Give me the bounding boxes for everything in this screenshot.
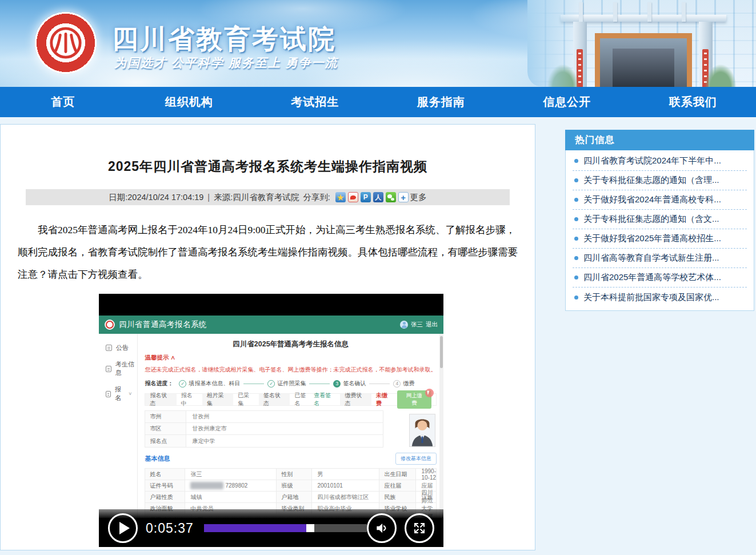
nav-item-contact[interactable]: 联系我们 xyxy=(630,87,756,117)
progress-fill xyxy=(204,524,307,532)
fullscreen-button[interactable] xyxy=(405,513,434,543)
list-item[interactable]: 四川省2025年普通高等学校艺术体... xyxy=(573,268,747,288)
list-item[interactable]: 四川省教育考试院2024年下半年中... xyxy=(573,151,747,171)
logout-link[interactable]: 退出 xyxy=(426,321,438,329)
list-item[interactable]: 关于专科批征集志愿的通知（含文... xyxy=(573,210,747,229)
scrollbar[interactable] xyxy=(439,334,443,518)
bullet-icon xyxy=(574,275,578,280)
list-item[interactable]: 关于专科批征集志愿的通知（含理... xyxy=(573,171,747,190)
field-value: 城镇 xyxy=(185,492,277,502)
progress-bar[interactable] xyxy=(204,524,367,532)
article-panel: 2025年四川省普通高考报名系统考生端操作指南视频 日期:2024/10/24 … xyxy=(0,124,535,550)
table-row: 市州 甘孜州 xyxy=(145,411,383,423)
fullscreen-icon xyxy=(413,521,426,535)
hot-item-text: 关于本科提前批国家专项及国家优... xyxy=(583,292,719,303)
nav-item-service-guide[interactable]: 服务指南 xyxy=(378,87,505,117)
step-label: 签名确认 xyxy=(343,380,366,388)
share-icons-group: ★ P 人 + xyxy=(335,192,409,202)
sidebar-item-label: 公告 xyxy=(116,344,129,352)
system-seal-icon xyxy=(105,320,115,330)
online-pay-label: 网上缴费 xyxy=(406,392,423,406)
hot-item-text: 关于专科批征集志愿的通知（含文... xyxy=(583,214,719,225)
sina-weibo-icon[interactable] xyxy=(348,192,358,202)
tencent-weibo-icon[interactable]: P xyxy=(361,192,371,202)
hot-info-panel: 热门信息 四川省教育考试院2024年下半年中... 关于专科批征集志愿的通知（含… xyxy=(565,130,754,311)
hot-item-text: 关于做好我省2025年普通高校招生... xyxy=(583,233,721,244)
video-player[interactable]: 四川省普通高考报名系统 张三 退出 公告 xyxy=(99,294,443,547)
bullet-icon xyxy=(574,256,578,260)
sidebar-item-label: 考生信息 xyxy=(115,360,138,377)
field-value: 男 xyxy=(312,469,379,480)
basic-info-link[interactable]: 基本信息 xyxy=(145,454,170,463)
field-label: 出生日期 xyxy=(379,469,416,480)
field-value: 四川省成都市锦江区 xyxy=(312,492,379,502)
field-label: 民族 xyxy=(379,492,416,502)
edit-basic-info-button[interactable]: 修改基本信息 xyxy=(395,453,437,465)
field-label: 市州 xyxy=(145,411,186,422)
list-item[interactable]: 四川省高等教育自学考试新生注册... xyxy=(573,249,747,268)
nav-item-organization[interactable]: 组织机构 xyxy=(126,87,253,117)
step-label: 证件照采集 xyxy=(277,380,306,388)
hot-info-list: 四川省教育考试院2024年下半年中... 关于专科批征集志愿的通知（含理... … xyxy=(565,150,754,311)
play-button[interactable] xyxy=(108,513,138,543)
site-banner: 四川省教育考试院 为国选才 公平科学 服务至上 勇争一流 xyxy=(0,0,756,87)
hot-item-text: 四川省2025年普通高等学校艺术体... xyxy=(583,272,721,283)
sidebar-item-announcements[interactable]: 公告 xyxy=(99,340,137,356)
table-row: 证件号码 7289802 班级 20010101 应往届 应届 xyxy=(145,480,436,492)
bullet-icon xyxy=(574,296,578,300)
table-row: 姓名 张三 性别 男 出生日期 1990-10-12 xyxy=(145,469,436,480)
field-label: 户籍地 xyxy=(277,492,312,502)
volume-button[interactable] xyxy=(367,513,397,543)
list-item[interactable]: 关于本科提前批国家专项及国家优... xyxy=(573,288,747,307)
field-label: 户籍性质 xyxy=(145,492,185,502)
sidebar-item-registration[interactable]: 报名 ˅ xyxy=(99,381,137,406)
main-nav: 首页 组织机构 考试招生 服务指南 信息公开 联系我们 xyxy=(0,87,756,117)
nav-item-public-info[interactable]: 信息公开 xyxy=(504,87,630,117)
step-connector xyxy=(369,384,390,384)
nav-item-exam-enrollment[interactable]: 考试招生 xyxy=(252,87,378,117)
view-signature-link[interactable]: 查看签名 xyxy=(314,392,335,408)
online-pay-button[interactable]: 网上缴费 xyxy=(397,390,431,409)
hot-item-text: 四川省教育考试院2024年下半年中... xyxy=(583,155,721,166)
status-label: 相片采集 xyxy=(202,394,233,405)
warning-text: 您还未完成正式报名，请继续完成相片采集、电子签名、网上缴费等操作；未完成正式报名… xyxy=(145,366,437,374)
sidebar-item-candidate-info[interactable]: 考生信息 xyxy=(99,356,137,381)
bullet-icon xyxy=(574,178,578,182)
article-meta-bar: 日期:2024/10/24 17:04:19 | 来源:四川省教育考试院 分享到… xyxy=(26,189,510,205)
hot-item-text: 四川省高等教育自学考试新生注册... xyxy=(583,253,719,263)
field-value: 张三 xyxy=(185,469,277,480)
renren-icon[interactable]: 人 xyxy=(373,192,383,202)
more-plus-icon[interactable]: + xyxy=(398,192,409,202)
field-label: 姓名 xyxy=(145,469,185,480)
sidebar-item-label: 报名 xyxy=(115,385,125,402)
seal-emblem-icon xyxy=(48,25,83,61)
list-item[interactable]: 关于做好我省2025年普通高校招生... xyxy=(573,229,747,249)
step-number-icon: 4 xyxy=(393,380,401,388)
article-date: 日期:2024/10/24 17:04:19 xyxy=(109,192,203,203)
share-more-link[interactable]: 更多 xyxy=(410,192,427,203)
play-icon xyxy=(119,522,130,534)
progress-scrubber[interactable] xyxy=(306,524,314,532)
nav-item-home[interactable]: 首页 xyxy=(0,87,126,117)
redacted-id-blur xyxy=(190,482,223,489)
hot-info-title: 热门信息 xyxy=(575,134,615,146)
field-value: 1990-10-12 xyxy=(416,469,436,480)
list-item[interactable]: 关于做好我省2024年普通高校专科... xyxy=(573,190,747,210)
location-table: 市州 甘孜州 市区 甘孜州康定市 报名点 康定中学 xyxy=(145,410,383,448)
content-area: 2025年四川省普通高考报名系统考生端操作指南视频 日期:2024/10/24 … xyxy=(0,117,756,550)
progress-steps: 报名进度： ✓ 填报基本信息、科目 ✓ 证件照采集 xyxy=(145,380,437,388)
status-value: 报名中 xyxy=(177,392,202,408)
step-connector xyxy=(309,384,330,384)
playback-time: 0:05:37 xyxy=(146,521,194,536)
field-label: 性别 xyxy=(277,469,312,480)
system-header: 四川省普通高考报名系统 张三 退出 xyxy=(99,316,443,334)
warm-tip-toggle[interactable]: 温馨提示 ∧ xyxy=(145,354,437,362)
wechat-icon[interactable] xyxy=(386,192,396,202)
scrollbar-thumb[interactable] xyxy=(440,336,443,368)
candidate-photo xyxy=(409,414,435,447)
qzone-icon[interactable]: ★ xyxy=(335,192,346,202)
field-value: 甘孜州 xyxy=(186,411,383,422)
announcement-icon xyxy=(106,345,112,351)
step-payment: 4 缴费 xyxy=(393,380,414,388)
status-label: 签名状态 xyxy=(259,394,290,405)
